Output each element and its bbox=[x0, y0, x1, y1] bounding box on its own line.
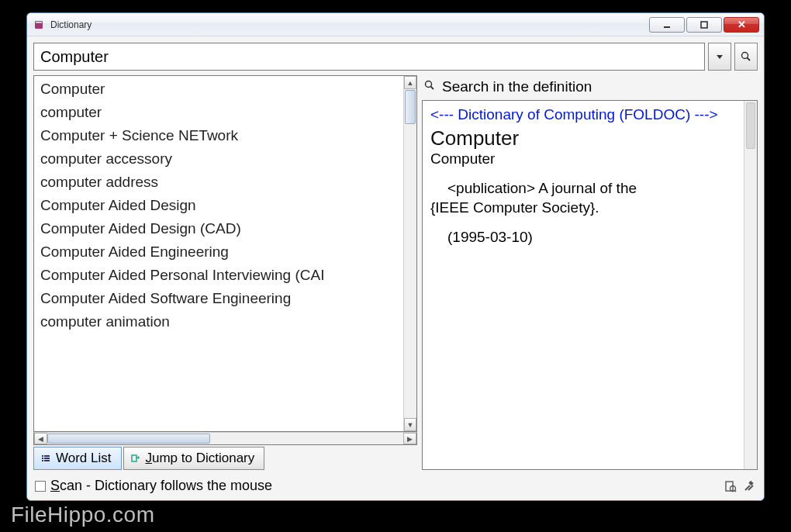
search-in-definition[interactable]: Search in the definition bbox=[422, 75, 758, 100]
left-tabs: Word List Jump to Dictionary bbox=[33, 447, 417, 470]
scroll-down-icon[interactable]: ▼ bbox=[404, 418, 416, 431]
watermark: FileHippo.com bbox=[11, 503, 154, 527]
svg-rect-13 bbox=[132, 455, 136, 461]
svg-rect-7 bbox=[42, 455, 43, 457]
definition-content[interactable]: <--- Dictionary of Computing (FOLDOC) --… bbox=[423, 101, 744, 469]
search-go-button[interactable] bbox=[734, 43, 758, 71]
definition-body-line1: <publication> A journal of the bbox=[447, 180, 637, 196]
list-item[interactable]: Computer Aided Design bbox=[37, 194, 400, 217]
definition-vscrollbar[interactable] bbox=[744, 101, 757, 469]
tab-word-list[interactable]: Word List bbox=[33, 447, 122, 470]
svg-marker-4 bbox=[717, 55, 723, 59]
scroll-thumb[interactable] bbox=[746, 102, 755, 149]
list-item[interactable]: Computer + Science NETwork bbox=[37, 124, 400, 147]
list-item[interactable]: computer address bbox=[37, 171, 400, 194]
svg-rect-3 bbox=[701, 22, 707, 28]
title-bar[interactable]: Dictionary ✕ bbox=[27, 13, 764, 36]
list-item[interactable]: Computer bbox=[37, 78, 400, 101]
word-list-vscrollbar[interactable]: ▲ ▼ bbox=[403, 76, 416, 431]
app-icon bbox=[33, 19, 46, 31]
search-dropdown-button[interactable] bbox=[708, 43, 731, 71]
maximize-button[interactable] bbox=[686, 17, 722, 33]
definition-area: <--- Dictionary of Computing (FOLDOC) --… bbox=[422, 100, 758, 470]
list-item[interactable]: Computer Aided Engineering bbox=[37, 240, 400, 264]
definition-source: <--- Dictionary of Computing (FOLDOC) --… bbox=[430, 105, 736, 125]
list-item[interactable]: Computer Aided Personal Interviewing (CA… bbox=[37, 264, 400, 287]
svg-line-16 bbox=[431, 87, 434, 90]
history-icon[interactable] bbox=[724, 479, 737, 493]
search-in-def-label: Search in the definition bbox=[442, 78, 592, 95]
tab-label: Jump to Dictionary bbox=[146, 451, 255, 466]
svg-point-5 bbox=[742, 53, 748, 59]
scan-label[interactable]: Scan - Dictionary follows the mouse bbox=[50, 478, 272, 494]
left-panel: Computer computer Computer + Science NET… bbox=[33, 75, 417, 470]
definition-date: (1995-03-10) bbox=[447, 229, 736, 246]
list-item[interactable]: Computer Aided Software Engineering bbox=[37, 287, 400, 310]
svg-rect-10 bbox=[44, 458, 50, 459]
scroll-thumb[interactable] bbox=[47, 434, 210, 444]
search-icon bbox=[423, 78, 436, 95]
scroll-thumb[interactable] bbox=[405, 90, 416, 124]
word-list-box: Computer computer Computer + Science NET… bbox=[33, 75, 417, 432]
close-button[interactable]: ✕ bbox=[724, 17, 759, 33]
jump-icon bbox=[130, 454, 141, 463]
word-list-hscrollbar[interactable]: ◀ ▶ bbox=[33, 432, 417, 445]
list-item[interactable]: computer bbox=[37, 101, 400, 124]
list-item[interactable]: computer animation bbox=[37, 310, 400, 333]
main-split: Computer computer Computer + Science NET… bbox=[33, 75, 758, 470]
svg-rect-22 bbox=[748, 480, 753, 485]
search-row bbox=[33, 43, 758, 71]
window-controls: ✕ bbox=[648, 17, 759, 33]
scroll-up-icon[interactable]: ▲ bbox=[404, 76, 416, 89]
scroll-left-icon[interactable]: ◀ bbox=[34, 433, 47, 444]
window-title: Dictionary bbox=[50, 19, 92, 30]
tab-jump-to-dictionary[interactable]: Jump to Dictionary bbox=[123, 447, 265, 470]
status-bar: Scan - Dictionary follows the mouse bbox=[33, 475, 758, 494]
scroll-right-icon[interactable]: ▶ bbox=[403, 433, 416, 444]
word-list[interactable]: Computer computer Computer + Science NET… bbox=[34, 76, 403, 431]
list-item[interactable]: Computer Aided Design (CAD) bbox=[37, 217, 400, 240]
tab-label: Word List bbox=[56, 451, 112, 466]
svg-point-15 bbox=[426, 81, 432, 88]
svg-rect-12 bbox=[44, 460, 50, 461]
definition-body-line2: {IEEE Computer Society}. bbox=[430, 199, 599, 216]
svg-line-6 bbox=[748, 58, 751, 61]
app-window: Dictionary ✕ bbox=[26, 12, 765, 501]
svg-rect-2 bbox=[664, 26, 670, 28]
scan-checkbox[interactable] bbox=[35, 481, 46, 492]
list-item[interactable]: computer accessory bbox=[37, 147, 400, 171]
svg-rect-8 bbox=[44, 455, 50, 457]
search-input[interactable] bbox=[33, 43, 705, 71]
right-panel: Search in the definition <--- Dictionary… bbox=[422, 75, 758, 470]
minimize-button[interactable] bbox=[649, 17, 685, 33]
settings-icon[interactable] bbox=[742, 479, 756, 493]
svg-rect-11 bbox=[42, 460, 43, 461]
svg-line-19 bbox=[734, 490, 736, 492]
list-icon bbox=[40, 454, 51, 463]
definition-term: Computer bbox=[430, 126, 736, 150]
svg-rect-9 bbox=[42, 458, 43, 459]
definition-subterm: Computer bbox=[430, 150, 736, 168]
client-area: Computer computer Computer + Science NET… bbox=[27, 36, 764, 500]
svg-rect-1 bbox=[36, 22, 42, 23]
